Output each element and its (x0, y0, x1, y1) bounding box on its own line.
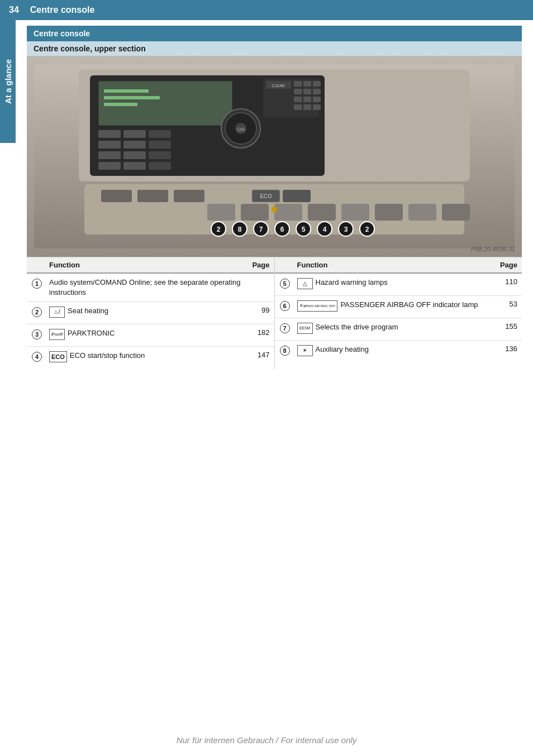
svg-rect-32 (313, 89, 321, 94)
row-num: 4 (27, 349, 47, 363)
row-func: ✕₂PASS AIR BAG OFF PASSENGER AIRBAG OFF … (295, 298, 494, 313)
row-func: ECO ECO start/stop function (47, 349, 246, 364)
row-page: 155 (494, 320, 522, 332)
svg-rect-48 (274, 204, 302, 221)
svg-rect-12 (123, 141, 146, 149)
table-row: 4 ECO ECO start/stop function 147 (27, 347, 274, 369)
svg-text:4: 4 (323, 226, 327, 233)
row-func: △ Hazard warning lamps (295, 276, 494, 291)
row-page: 99 (246, 304, 274, 316)
svg-rect-37 (303, 104, 311, 110)
table-row: 3 P∞off PARKTRONIC 182 (27, 324, 274, 347)
svg-rect-53 (442, 204, 470, 221)
svg-rect-13 (149, 141, 171, 149)
row-num: 3 (27, 327, 47, 341)
svg-rect-30 (294, 89, 302, 94)
svg-rect-46 (207, 204, 235, 221)
svg-rect-15 (123, 151, 146, 159)
row-page: 136 (494, 343, 522, 355)
svg-rect-8 (98, 130, 121, 138)
svg-text:2: 2 (217, 226, 221, 233)
svg-rect-52 (408, 204, 436, 221)
row-num: 6 (275, 298, 295, 313)
left-header-page-col: Page (246, 260, 274, 270)
right-header-func-col: Function (295, 260, 494, 270)
svg-rect-38 (313, 104, 321, 110)
page-title: Centre console (30, 5, 95, 15)
table-row: 7 EE SM Selects the drive program 155 (275, 318, 522, 341)
table-row: 6 ✕₂PASS AIR BAG OFF PASSENGER AIRBAG OF… (275, 296, 522, 318)
drive-program-icon: EE SM (297, 323, 313, 334)
tables-row: Function Page 1 Audio system/COMAND Onli… (27, 257, 522, 369)
table-row: 2 ♨/ Seat heating 99 (27, 302, 274, 324)
page-number: 34 (9, 5, 19, 15)
row-page: 147 (246, 349, 274, 361)
svg-rect-7 (104, 103, 137, 106)
svg-text:CLEAR: CLEAR (272, 84, 284, 88)
row-func: ♨/ Seat heating (47, 304, 246, 319)
left-header-num-col (27, 260, 47, 270)
bottom-watermark: Nur für internen Gebrauch / For internal… (0, 735, 533, 745)
svg-rect-33 (294, 97, 302, 102)
svg-rect-34 (303, 97, 311, 102)
row-num: 1 (27, 276, 47, 290)
table-row: 5 △ Hazard warning lamps 110 (275, 274, 522, 296)
row-page (246, 276, 274, 279)
row-func: ☀︎ Auxiliary heating (295, 343, 494, 358)
svg-text:ECO: ECO (260, 193, 272, 199)
svg-text:2: 2 (365, 226, 369, 233)
image-code: P68.20-4536-31 (471, 246, 515, 252)
row-page: 182 (246, 327, 274, 338)
right-table: Function Page 5 △ Hazard warning lamps 1… (275, 257, 522, 369)
subsection-header: Centre console, upper section (27, 41, 522, 56)
svg-text:8: 8 (238, 226, 242, 233)
section-header: Centre console (27, 26, 522, 41)
svg-rect-16 (149, 151, 171, 159)
svg-rect-29 (313, 81, 321, 87)
svg-rect-11 (98, 141, 121, 149)
svg-rect-28 (303, 81, 311, 87)
svg-rect-47 (241, 204, 269, 221)
svg-text:ON: ON (237, 127, 245, 132)
svg-rect-49 (308, 204, 336, 221)
right-table-header: Function Page (275, 257, 522, 274)
row-func: Audio system/COMAND Online; see the sepa… (47, 276, 246, 299)
svg-rect-50 (341, 204, 369, 221)
row-num: 8 (275, 343, 295, 357)
parktronic-icon: P∞off (49, 329, 65, 340)
dashboard-svg: ON CLEAR (34, 64, 515, 248)
svg-rect-42 (174, 190, 204, 202)
row-page: 110 (494, 276, 522, 288)
svg-rect-5 (104, 89, 149, 93)
row-func: P∞off PARKTRONIC (47, 327, 246, 342)
svg-text:3: 3 (344, 226, 348, 233)
svg-rect-36 (294, 104, 302, 110)
table-row: 8 ☀︎ Auxiliary heating 136 (275, 341, 522, 363)
svg-rect-17 (98, 162, 121, 170)
svg-rect-51 (375, 204, 403, 221)
svg-point-54 (272, 207, 277, 212)
svg-text:6: 6 (280, 226, 284, 233)
car-image-container: ON CLEAR (27, 56, 522, 257)
main-content: Centre console Centre console, upper sec… (16, 26, 533, 380)
left-table: Function Page 1 Audio system/COMAND Onli… (27, 257, 275, 369)
svg-rect-19 (149, 162, 171, 170)
dashboard-image: ON CLEAR (27, 56, 522, 257)
seat-heat-icon: ♨/ (49, 307, 65, 318)
left-header-func-col: Function (47, 260, 246, 270)
svg-rect-40 (101, 190, 132, 202)
svg-rect-14 (98, 151, 121, 159)
svg-rect-18 (123, 162, 146, 170)
row-page: 53 (494, 298, 522, 310)
airbag-icon: ✕₂PASS AIR BAG OFF (297, 300, 338, 312)
svg-rect-45 (283, 190, 311, 202)
svg-rect-27 (294, 81, 302, 87)
svg-text:5: 5 (302, 226, 306, 233)
svg-rect-9 (123, 130, 146, 138)
page-header: 34 Centre console (0, 0, 533, 20)
row-num: 7 (275, 320, 295, 335)
hazard-icon: △ (297, 278, 313, 289)
right-header-page-col: Page (494, 260, 522, 270)
row-num: 2 (27, 304, 47, 319)
svg-rect-31 (303, 89, 311, 94)
